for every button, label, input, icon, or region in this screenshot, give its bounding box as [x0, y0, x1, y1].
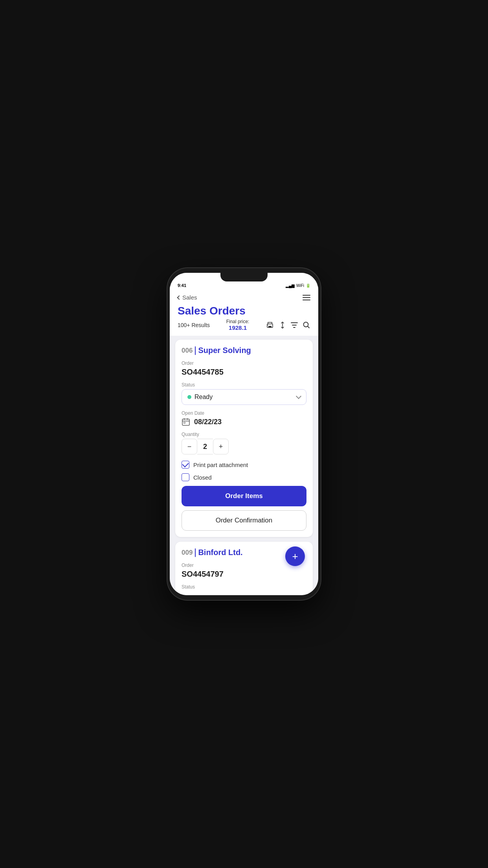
final-price-label: Final price:	[226, 319, 250, 324]
back-button[interactable]: Sales	[178, 294, 197, 301]
filter-icon[interactable]	[291, 322, 298, 328]
final-price-block: Final price: 1928.1	[226, 319, 250, 331]
card1-divider	[195, 346, 196, 355]
svg-point-2	[267, 325, 268, 326]
card2-divider	[195, 548, 196, 557]
order-value-1: SO4454785	[182, 368, 306, 377]
print-attachment-row[interactable]: Print part attachment	[182, 461, 306, 469]
page-header: Sales Orders 100+ Results Final price: 1…	[170, 305, 318, 336]
card1-header: 006 Super Solving	[182, 346, 306, 355]
content-scroll: 006 Super Solving Order SO4454785 Status…	[170, 336, 318, 595]
back-chevron-icon	[177, 295, 181, 300]
page-title: Sales Orders	[178, 305, 310, 317]
status-label-2: Status	[182, 584, 306, 590]
status-dropdown-1[interactable]: Ready	[182, 389, 306, 405]
print-attachment-checkbox[interactable]	[182, 461, 189, 469]
status-text-1: Ready	[194, 394, 213, 401]
battery-icon: 🔋	[306, 283, 310, 288]
header-meta: 100+ Results Final price: 1928.1	[178, 319, 310, 331]
closed-row[interactable]: Closed	[182, 473, 306, 481]
order-card-2: 009 Binford Ltd. Order SO4454797 Status …	[175, 542, 313, 595]
card2-company: Binford Ltd.	[198, 548, 242, 557]
dropdown-chevron-icon	[296, 394, 301, 399]
svg-rect-4	[182, 419, 189, 425]
card2-number: 009	[182, 549, 193, 557]
card1-company: Super Solving	[198, 346, 251, 355]
final-price-value: 1928.1	[226, 324, 250, 331]
svg-rect-5	[184, 422, 185, 423]
back-label: Sales	[182, 294, 197, 301]
order-card-1: 006 Super Solving Order SO4454785 Status…	[175, 340, 313, 537]
status-time: 9:41	[178, 283, 186, 288]
order-confirmation-button[interactable]: Order Confirmation	[182, 510, 306, 531]
quantity-row-1: − 2 +	[182, 439, 306, 454]
wifi-icon: WiFi	[296, 283, 304, 288]
toolbar-icons	[266, 321, 310, 329]
open-date-label-1: Open Date	[182, 410, 306, 416]
print-attachment-label: Print part attachment	[193, 462, 248, 468]
card1-number: 006	[182, 347, 193, 355]
quantity-value-1: 2	[197, 439, 213, 454]
order-items-button[interactable]: Order Items	[182, 486, 306, 506]
closed-checkbox[interactable]	[182, 473, 189, 481]
search-icon[interactable]	[303, 321, 310, 329]
status-dot-1	[187, 395, 191, 399]
add-button[interactable]: +	[285, 546, 305, 566]
date-row-1: 08/22/23	[182, 417, 306, 426]
status-indicators: ▂▄▆ WiFi 🔋	[286, 283, 310, 288]
sort-icon[interactable]	[279, 321, 286, 329]
closed-label: Closed	[193, 474, 212, 481]
svg-rect-1	[268, 326, 272, 327]
signal-icon: ▂▄▆	[286, 283, 295, 288]
quantity-decrease-button[interactable]: −	[182, 439, 197, 454]
menu-button[interactable]	[303, 295, 310, 300]
status-left-1: Ready	[187, 394, 213, 401]
order-label-2: Order	[182, 563, 306, 568]
quantity-label-1: Quantity	[182, 432, 306, 437]
calendar-icon-1	[182, 417, 190, 426]
status-label-1: Status	[182, 382, 306, 388]
order-label-1: Order	[182, 360, 306, 366]
order-value-2: SO4454797	[182, 570, 306, 579]
date-value-1: 08/22/23	[194, 418, 222, 426]
nav-bar: Sales	[170, 290, 318, 305]
results-count: 100+ Results	[178, 322, 210, 328]
quantity-increase-button[interactable]: +	[213, 439, 229, 454]
print-icon[interactable]	[266, 321, 274, 329]
